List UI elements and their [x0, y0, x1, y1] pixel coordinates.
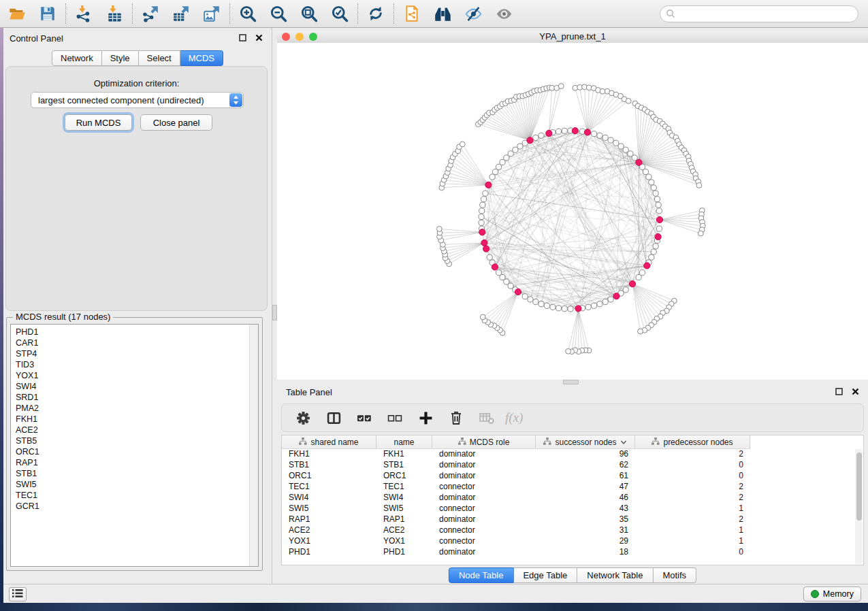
desktop-wallpaper-left: [0, 28, 3, 611]
mcds-result-item[interactable]: RAP1: [16, 457, 258, 468]
zoom-selected-icon[interactable]: [329, 3, 350, 24]
add-entry-icon[interactable]: [417, 410, 434, 426]
tab-style[interactable]: Style: [102, 50, 139, 66]
close-window-icon[interactable]: [282, 33, 290, 41]
table-cell: FKH1: [282, 449, 376, 459]
mcds-result-item[interactable]: TID3: [16, 359, 258, 370]
task-history-button[interactable]: [9, 587, 27, 601]
save-session-icon[interactable]: [37, 3, 58, 24]
export-network-icon[interactable]: [140, 3, 161, 24]
table-row[interactable]: YOX1YOX1connector291: [282, 535, 863, 546]
table-row[interactable]: PHD1PHD1dominator180: [282, 546, 863, 557]
mcds-result-item[interactable]: GCR1: [16, 501, 258, 512]
select-all-icon[interactable]: [356, 410, 372, 426]
table-cell: connector: [432, 482, 536, 491]
deselect-all-icon[interactable]: [387, 410, 403, 426]
optimization-criterion-dropdown[interactable]: largest connected component (undirected): [31, 92, 244, 108]
mcds-result-item[interactable]: ACE2: [16, 425, 258, 435]
table-scrollbar-thumb[interactable]: [856, 452, 862, 521]
tab-select[interactable]: Select: [139, 50, 180, 66]
tab-network[interactable]: Network: [52, 50, 102, 66]
mcds-result-item[interactable]: SRD1: [16, 392, 258, 403]
tab-mcds[interactable]: MCDS: [180, 50, 223, 66]
open-file-icon[interactable]: [7, 3, 27, 24]
column-header-successor-nodes[interactable]: successor nodes: [536, 435, 635, 448]
search-network-icon[interactable]: [432, 3, 453, 24]
table-cell: 43: [536, 503, 635, 513]
export-table-icon[interactable]: [171, 3, 191, 24]
tab-edge-table[interactable]: Edge Table: [513, 567, 577, 583]
table-row[interactable]: STB1STB1dominator620: [282, 459, 863, 470]
mcds-result-item[interactable]: STB1: [16, 468, 258, 479]
mcds-result-item[interactable]: STP4: [16, 348, 258, 359]
sort-chevron-icon[interactable]: [620, 437, 627, 447]
column-header-predecessor-nodes[interactable]: predecessor nodes: [635, 435, 750, 448]
zoom-in-icon[interactable]: [238, 3, 258, 24]
column-header-name[interactable]: name: [376, 435, 432, 448]
delete-entry-icon[interactable]: [448, 410, 464, 426]
show-glyphs-icon[interactable]: [494, 3, 514, 24]
table-row[interactable]: RAP1RAP1dominator352: [282, 514, 863, 525]
table-row[interactable]: FKH1FKH1dominator962: [282, 448, 863, 459]
table-cell: ORC1: [282, 471, 376, 480]
horizontal-splitter-grip[interactable]: [563, 380, 579, 384]
tab-node-table[interactable]: Node Table: [449, 567, 514, 583]
table-row[interactable]: ACE2ACE2connector311: [282, 525, 863, 535]
close-panel-button[interactable]: Close panel: [140, 114, 212, 131]
mcds-result-item[interactable]: PMA2: [16, 403, 258, 414]
zoom-out-icon[interactable]: [268, 3, 289, 24]
tree-icon: [458, 437, 466, 447]
zoom-fit-icon[interactable]: [299, 3, 319, 24]
memory-status-icon: [811, 590, 819, 598]
search-input[interactable]: [660, 5, 858, 22]
refresh-view-icon[interactable]: [366, 3, 386, 24]
table-row[interactable]: SWI4SWI4dominator462: [282, 492, 863, 503]
zoom-window-icon[interactable]: [309, 33, 317, 41]
mcds-result-item[interactable]: SWI4: [16, 381, 258, 392]
import-table-icon[interactable]: [104, 3, 125, 24]
memory-label: Memory: [823, 589, 854, 599]
export-image-icon[interactable]: [202, 3, 222, 24]
desktop-wallpaper-bottom: [0, 603, 868, 611]
column-header-MCDS-role[interactable]: MCDS role: [432, 435, 536, 448]
mcds-result-item[interactable]: STB5: [16, 435, 258, 446]
control-panel-title: Control Panel: [10, 33, 63, 44]
table-row[interactable]: ORC1ORC1dominator610: [282, 470, 863, 481]
toolbar-separator: [132, 3, 133, 24]
toolbar-group: [366, 3, 386, 24]
run-mcds-button[interactable]: Run MCDS: [65, 114, 132, 131]
mcds-result-item[interactable]: CAR1: [16, 337, 258, 348]
memory-button[interactable]: Memory: [803, 587, 861, 601]
close-panel-icon[interactable]: [255, 33, 263, 42]
vertical-splitter-grip[interactable]: [272, 305, 277, 320]
table-cell: 18: [536, 547, 635, 557]
table-row[interactable]: TEC1TEC1connector472: [282, 481, 863, 492]
column-header-shared-name[interactable]: shared name: [282, 435, 376, 448]
share-document-icon[interactable]: [402, 3, 422, 24]
toolbar-separator: [65, 3, 66, 24]
import-network-icon[interactable]: [74, 3, 94, 24]
mcds-list-scrollbar[interactable]: [249, 325, 258, 566]
close-panel-icon[interactable]: [851, 387, 860, 396]
mcds-result-item[interactable]: TEC1: [16, 490, 258, 501]
control-panel: Control Panel NetworkStyleSelectMCDS Opt…: [3, 28, 272, 584]
table-settings-icon[interactable]: [295, 410, 311, 426]
float-panel-icon[interactable]: [238, 33, 247, 42]
mcds-result-item[interactable]: PHD1: [16, 327, 258, 337]
mcds-result-item[interactable]: FKH1: [16, 414, 258, 425]
network-canvas[interactable]: [277, 43, 868, 380]
table-cell: 2: [635, 482, 750, 491]
table-row[interactable]: SWI5SWI5connector431: [282, 503, 863, 514]
tree-icon: [299, 437, 307, 447]
show-columns-icon[interactable]: [325, 410, 342, 426]
tab-network-table[interactable]: Network Table: [577, 567, 653, 583]
float-panel-icon[interactable]: [835, 387, 843, 396]
tab-motifs[interactable]: Motifs: [653, 567, 696, 583]
mcds-result-item[interactable]: YOX1: [16, 370, 258, 381]
mcds-result-item[interactable]: SWI5: [16, 479, 258, 490]
table-cell: STB1: [282, 460, 376, 469]
mcds-result-item[interactable]: ORC1: [16, 446, 258, 457]
mcds-result-list: PHD1CAR1STP4TID3YOX1SWI4SRD1PMA2FKH1ACE2…: [10, 324, 259, 567]
hide-glyphs-icon[interactable]: [463, 3, 483, 24]
minimize-window-icon[interactable]: [295, 33, 304, 41]
